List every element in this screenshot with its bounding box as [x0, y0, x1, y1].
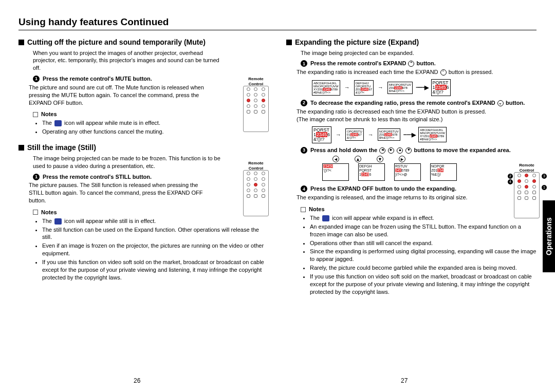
expand-step2a: To decrease the expanding ratio, press t… — [310, 100, 495, 106]
expand-step2: 2 To decrease the expanding ratio, press… — [301, 99, 534, 107]
expand-step4-label: Press the EXPAND OFF button to undo the … — [310, 185, 456, 193]
exp-note6: If you use this function on video soft s… — [310, 273, 536, 296]
remote-callouts: 2 4 — [508, 173, 513, 185]
mute-intro: When you want to project the images of a… — [33, 49, 223, 72]
step-number-icon: 2 — [301, 100, 307, 106]
expand-zoom-increase-diagram: ABCDEFGHIJKLMNOPQRSTUVWXYZ0123456789#$%&… — [312, 79, 536, 96]
still-section-title: Still the image (Still) — [18, 143, 269, 153]
direction-result-boxes: 23456'()!?< DEFGHPQRST123456 RSTUV345678… — [322, 163, 536, 181]
still-note1a: The — [42, 218, 52, 224]
mute-notes-list: The icon will appear while mute is in ef… — [42, 119, 269, 136]
still-notes-label: Notes — [41, 209, 57, 216]
still-note1b: icon will appear while still is in effec… — [64, 218, 156, 224]
exp-note1b: icon will appear while expand is in effe… — [332, 215, 434, 221]
notes-square-icon — [301, 207, 306, 212]
bullet-square-icon — [18, 40, 24, 45]
expand-step3: 3 Press and hold down the ◄ ► ▲ ▼ button… — [301, 146, 534, 154]
still-intro: The image being projected can be made to… — [33, 155, 228, 170]
up-arrow-icon: ▲ — [397, 147, 403, 154]
expand-notes-label: Notes — [309, 206, 325, 213]
mute-notes-label: Notes — [41, 110, 57, 118]
expand-step2b: button. — [506, 100, 525, 106]
still-status-icon — [54, 218, 62, 225]
expand-step3a: Press and hold down the — [310, 147, 377, 153]
still-step1-body: The picture pauses. The Still function i… — [29, 181, 214, 204]
expand-step4-body: The expanding is released, and the image… — [297, 194, 534, 201]
remote-diagram-1 — [243, 86, 269, 132]
remote-callouts-r: 3 1 — [542, 173, 547, 191]
exp-note3: Operations other than still will cancel … — [310, 239, 536, 247]
bullet-square-icon — [18, 145, 24, 151]
still-notes-head: Notes — [33, 209, 269, 216]
mute-step1: 1 Press the remote control's MUTE button… — [33, 75, 267, 83]
mute-title-text: Cutting off the picture and sound tempor… — [27, 38, 206, 47]
side-tab-operations: Operations — [543, 200, 555, 272]
down-arrow-icon: ▼ — [377, 156, 383, 162]
expand-status-icon — [322, 215, 329, 221]
expand-step1a: Press the remote control's EXPAND — [310, 60, 406, 66]
mute-section-title: Cutting off the picture and sound tempor… — [18, 38, 269, 47]
right-arrow-icon: ► — [388, 147, 394, 154]
still-note4: If you use this function on video soft s… — [42, 258, 269, 282]
expand-step1-body: The expanding ratio is increased each ti… — [297, 68, 534, 76]
expand-step2-body: The expanding ratio is decreased each ti… — [297, 108, 497, 123]
mute-note1a: The — [42, 120, 52, 126]
expand-intro: The image being projected can be expande… — [301, 49, 534, 57]
bullet-square-icon — [286, 40, 292, 45]
exp-note1a: The — [310, 215, 320, 221]
up-arrow-icon: ▲ — [355, 156, 361, 162]
left-column: Cutting off the picture and sound tempor… — [18, 35, 269, 297]
left-arrow-icon: ◄ — [332, 156, 339, 162]
notes-square-icon — [33, 112, 38, 117]
still-note3: Even if an image is frozen on the projec… — [42, 242, 269, 257]
step-number-icon: 3 — [301, 147, 307, 154]
direction-buttons-row: ◄ ▲ ▼ ► — [332, 156, 536, 162]
mute-status-icon — [54, 120, 62, 126]
step-number-icon: 1 — [33, 174, 40, 180]
mute-note2: Operating any other functions cancel the… — [42, 128, 269, 136]
expand-section-title: Expanding the picture size (Expand) — [286, 38, 536, 47]
step-number-icon: 4 — [301, 185, 307, 192]
expand-step3b: buttons to move the expanded area. — [414, 147, 511, 153]
expand-notes-list: The icon will appear while expand is in … — [310, 214, 536, 295]
remote-diagram-2 — [243, 170, 269, 216]
expand-step4: 4 Press the EXPAND OFF button to undo th… — [301, 185, 534, 193]
right-column: Expanding the picture size (Expand) The … — [286, 35, 536, 297]
still-step1: 1 Press the remote control's STILL butto… — [33, 173, 267, 181]
mute-step1-body: The picture and sound are cut off. The M… — [29, 84, 209, 107]
still-note2: The still function can be used on the Ex… — [42, 226, 269, 241]
exp-note5: Rarely, the picture could become garbled… — [310, 264, 536, 272]
up-arrow-icon: ⌃ — [408, 61, 414, 67]
mute-note1b: icon will appear while mute is in effect… — [64, 120, 160, 126]
step-number-icon: 1 — [301, 60, 307, 67]
left-arrow-icon: ◄ — [379, 147, 385, 154]
notes-square-icon — [33, 210, 38, 215]
mute-notes-head: Notes — [33, 110, 269, 118]
mute-step1-label: Press the remote control's MUTE button. — [43, 75, 152, 83]
expand-notes-head: Notes — [301, 206, 536, 213]
still-notes-list: The icon will appear while still is in e… — [42, 217, 269, 282]
expand-title-text: Expanding the picture size (Expand) — [295, 38, 419, 47]
right-arrow-icon: ► — [399, 156, 405, 162]
page-number-left: 26 — [134, 377, 140, 385]
exp-note2: An expanded image can be frozen using th… — [310, 223, 536, 238]
title-rule — [18, 30, 536, 30]
page-title: Using handy features Continued — [18, 15, 536, 29]
still-step1-label: Press the remote control's STILL button. — [43, 173, 152, 181]
down-arrow-icon: ▼ — [405, 147, 412, 154]
remote-diagram-3 — [514, 172, 540, 218]
still-title-text: Still the image (Still) — [27, 143, 96, 153]
step-number-icon: 1 — [33, 76, 40, 82]
expand-zoom-decrease-diagram: PQRST123456&'()!? OPQRSTU01234567&'()!?<… — [312, 126, 536, 143]
up-arrow-icon: ⌃ — [440, 69, 447, 76]
page-number-right: 27 — [401, 377, 408, 385]
expand-step1: 1 Press the remote control's EXPAND ⌃ bu… — [301, 60, 534, 67]
exp-note4: Since the expanding is performed using d… — [310, 248, 536, 263]
expand-step1b: button. — [417, 60, 436, 66]
down-arrow-icon: ⌄ — [497, 100, 504, 106]
